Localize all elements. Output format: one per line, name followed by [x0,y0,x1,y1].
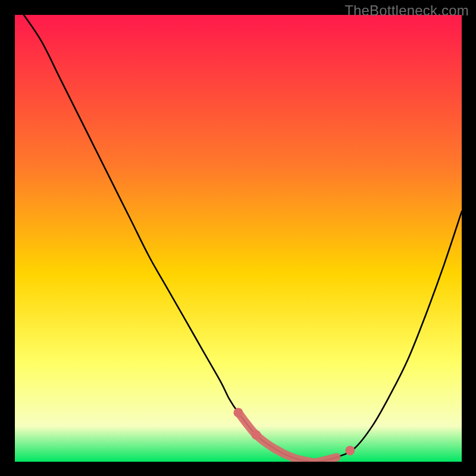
gradient-background [15,15,462,462]
highlight-dot [234,408,243,417]
plot-area [15,15,462,462]
highlight-dot [252,430,261,440]
chart-frame: TheBottleneck.com [0,0,476,476]
highlight-dot [345,446,355,455]
watermark-text: TheBottleneck.com [345,2,469,19]
bottleneck-chart [15,15,462,462]
